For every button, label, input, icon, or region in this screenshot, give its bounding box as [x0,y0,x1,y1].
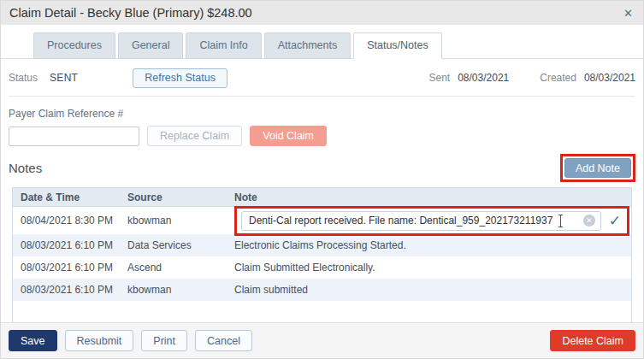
column-header-source: Source [124,191,231,203]
tab-status-notes[interactable]: Status/Notes [353,32,442,59]
notes-heading: Notes [9,161,42,175]
text-cursor-icon [560,215,561,227]
tab-procedures[interactable]: Procedures [33,32,115,59]
save-button[interactable]: Save [9,330,57,351]
table-row: 08/03/2021 6:10 PM Data Services Electro… [13,234,631,256]
void-claim-button[interactable]: Void Claim [250,126,327,146]
dialog-footer: Save Resubmit Print Cancel Delete Claim [1,322,643,358]
print-button[interactable]: Print [141,330,187,351]
note-date: 08/03/2021 6:10 PM [13,239,124,251]
delete-claim-button[interactable]: Delete Claim [550,330,635,351]
annotation-highlight-note-input: Denti-Cal report received. File name: De… [234,206,629,236]
dialog-titlebar: Claim Detail - Becky Blue (Primary) $248… [1,1,643,25]
note-source: Ascend [124,262,231,274]
column-header-note: Note [231,191,631,203]
tab-claim-info[interactable]: Claim Info [186,32,261,59]
claim-detail-dialog: Claim Detail - Becky Blue (Primary) $248… [0,0,644,359]
created-date: 08/03/2021 [584,72,635,84]
replace-claim-button: Replace Claim [147,126,242,146]
table-row: 08/04/2021 8:30 PM kbowman Denti-Cal rep… [13,207,631,234]
refresh-status-button[interactable]: Refresh Status [133,68,227,88]
tab-bar: Procedures General Claim Info Attachment… [1,25,643,59]
status-value: SENT [50,72,78,84]
notes-header-row: Notes Add Note [9,154,635,182]
annotation-highlight-add-note: Add Note [560,154,635,182]
status-row: Status SENT Refresh Status Sent 08/03/20… [9,68,635,87]
note-input-value: Denti-Cal report received. File name: De… [249,215,552,227]
status-label: Status [9,72,38,84]
note-text: Claim submitted [231,284,631,296]
notes-table-header: Date & Time Source Note [13,188,631,207]
add-note-button[interactable]: Add Note [564,158,631,178]
dialog-title: Claim Detail - Becky Blue (Primary) $248… [9,6,252,20]
table-row: 08/03/2021 6:10 PM Ascend Claim Submitte… [13,256,631,279]
note-source: kbowman [124,215,231,227]
created-label: Created [540,72,576,84]
payer-claim-reference-label: Payer Claim Reference # [9,108,635,120]
note-date: 08/03/2021 6:10 PM [13,262,124,274]
payer-claim-reference-input[interactable] [9,127,139,146]
note-input[interactable]: Denti-Cal report received. File name: De… [241,211,601,231]
note-text: Electronic Claims Processing Started. [231,239,631,251]
column-header-date-time: Date & Time [13,191,124,203]
note-text: Claim Submitted Electronically. [231,262,631,274]
sent-label: Sent [428,72,450,84]
cancel-button[interactable]: Cancel [195,330,252,351]
tab-general[interactable]: General [118,32,183,59]
resubmit-button[interactable]: Resubmit [65,330,134,351]
note-date: 08/04/2021 8:30 PM [13,215,124,227]
section-divider [9,96,635,97]
close-icon[interactable]: ✕ [623,8,633,19]
payer-claim-row: Replace Claim Void Claim [9,126,635,146]
sent-date: 08/03/2021 [458,72,509,84]
note-source: kbowman [124,284,231,296]
confirm-note-check-icon[interactable]: ✓ [609,212,623,230]
table-row: 08/03/2021 6:10 PM kbowman Claim submitt… [13,279,631,301]
tab-attachments[interactable]: Attachments [264,32,351,59]
notes-table: Date & Time Source Note 08/04/2021 8:30 … [12,187,632,343]
clear-input-icon[interactable]: ✕ [583,215,595,227]
note-source: Data Services [124,239,231,251]
note-date: 08/03/2021 6:10 PM [13,284,124,296]
